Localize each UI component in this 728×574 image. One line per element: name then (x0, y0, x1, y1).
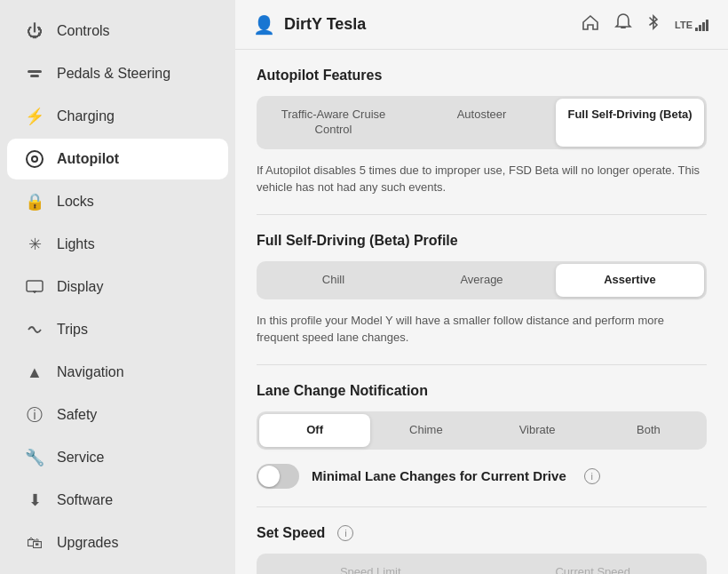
fsd-profile-tabs: Chill Average Assertive (257, 261, 707, 299)
toggle-thumb (258, 466, 280, 487)
lights-icon: ✳ (25, 235, 44, 254)
bell-icon[interactable] (614, 12, 632, 36)
upgrades-icon: 🛍 (25, 533, 44, 553)
trips-icon (25, 320, 44, 339)
minimal-lane-info-icon[interactable]: i (584, 468, 600, 484)
minimal-lane-label: Minimal Lane Changes for Current Drive (312, 468, 566, 483)
sidebar-item-safety[interactable]: ⓘ Safety (7, 395, 228, 435)
autopilot-description: If Autopilot disables 5 times due to imp… (257, 162, 707, 196)
sidebar-item-label: Trips (57, 322, 88, 338)
tab-chill[interactable]: Chill (259, 264, 408, 297)
lte-indicator: LTE (675, 19, 710, 31)
divider-3 (257, 506, 707, 507)
set-speed-title-row: Set Speed i (257, 525, 707, 541)
lane-change-tabs: Off Chime Vibrate Both (257, 411, 707, 450)
tab-chime[interactable]: Chime (370, 414, 481, 447)
svg-rect-11 (702, 22, 705, 31)
svg-rect-9 (695, 28, 698, 31)
pedals-icon (25, 64, 44, 84)
sidebar-item-software[interactable]: ⬇ Software (7, 480, 228, 521)
header-icons: LTE (581, 12, 710, 36)
sidebar-item-label: Lights (57, 236, 95, 252)
user-icon: 👤 (253, 14, 275, 36)
tab-vibrate[interactable]: Vibrate (482, 414, 593, 447)
autopilot-features-tabs: Traffic-Aware Cruise Control Autosteer F… (257, 96, 707, 149)
autopilot-features-title: Autopilot Features (257, 68, 707, 84)
lane-change-section: Lane Change Notification Off Chime Vibra… (257, 383, 707, 450)
software-icon: ⬇ (25, 490, 44, 510)
bluetooth-icon[interactable] (646, 12, 661, 36)
sidebar-item-navigation[interactable]: ▲ Navigation (7, 352, 228, 393)
sidebar-item-label: Charging (57, 108, 115, 124)
svg-rect-10 (699, 25, 701, 31)
set-speed-title: Set Speed (257, 525, 325, 541)
main-content: 👤 DirtY Tesla LTE (235, 0, 728, 574)
content-area: Autopilot Features Traffic-Aware Cruise … (235, 50, 728, 574)
header-user: 👤 DirtY Tesla (253, 14, 366, 36)
tab-traffic-aware[interactable]: Traffic-Aware Cruise Control (259, 99, 408, 147)
sidebar-item-label: Navigation (57, 364, 124, 380)
sidebar-item-label: Autopilot (57, 151, 119, 167)
sidebar-item-display[interactable]: Display (7, 267, 228, 307)
svg-point-4 (33, 157, 36, 161)
sidebar-item-locks[interactable]: 🔒 Locks (7, 181, 228, 222)
navigation-icon: ▲ (25, 363, 44, 382)
svg-rect-1 (30, 75, 39, 77)
sidebar-item-label: Pedals & Steering (57, 66, 170, 82)
sidebar-item-controls[interactable]: ⏻ Controls (7, 11, 228, 52)
sidebar-item-charging[interactable]: ⚡ Charging (7, 96, 228, 137)
fsd-profile-description: In this profile your Model Y will have a… (257, 312, 707, 347)
service-icon: 🔧 (25, 448, 44, 467)
sidebar-item-label: Locks (57, 194, 94, 210)
lane-change-title: Lane Change Notification (257, 383, 707, 399)
sidebar-item-label: Service (57, 450, 104, 466)
autopilot-features-section: Autopilot Features Traffic-Aware Cruise … (257, 68, 707, 196)
set-speed-info-icon[interactable]: i (337, 525, 353, 541)
svg-rect-0 (28, 70, 42, 73)
locks-icon: 🔒 (25, 192, 44, 211)
tab-off[interactable]: Off (259, 414, 370, 447)
sidebar-item-autopilot[interactable]: Autopilot (7, 139, 228, 179)
safety-icon: ⓘ (25, 405, 44, 425)
sidebar-item-service[interactable]: 🔧 Service (7, 437, 228, 478)
tab-speed-limit[interactable]: Speed Limit (259, 556, 482, 574)
sidebar-item-label: Display (57, 279, 103, 295)
sidebar: ⏻ Controls Pedals & Steering ⚡ Charging … (0, 0, 235, 574)
divider-2 (257, 364, 707, 365)
header: 👤 DirtY Tesla LTE (235, 0, 728, 50)
svg-rect-5 (27, 281, 43, 291)
set-speed-section: Set Speed i Speed Limit Current Speed (257, 525, 707, 574)
username: DirtY Tesla (284, 15, 366, 34)
svg-rect-12 (706, 20, 708, 31)
sidebar-item-lights[interactable]: ✳ Lights (7, 224, 228, 265)
tab-average[interactable]: Average (408, 264, 556, 297)
charging-icon: ⚡ (25, 107, 44, 126)
minimal-lane-changes-row: Minimal Lane Changes for Current Drive i (257, 464, 707, 489)
sidebar-item-label: Software (57, 492, 113, 508)
sidebar-item-pedals[interactable]: Pedals & Steering (7, 53, 228, 94)
sidebar-item-label: Safety (57, 407, 97, 423)
tab-fsd[interactable]: Full Self-Driving (Beta) (556, 99, 704, 147)
fsd-profile-section: Full Self-Driving (Beta) Profile Chill A… (257, 233, 707, 347)
tab-autosteer[interactable]: Autosteer (408, 99, 556, 147)
minimal-lane-toggle[interactable] (257, 464, 299, 489)
tab-current-speed[interactable]: Current Speed (482, 556, 705, 574)
tab-both[interactable]: Both (593, 414, 704, 447)
sidebar-item-upgrades[interactable]: 🛍 Upgrades (7, 522, 228, 563)
fsd-profile-title: Full Self-Driving (Beta) Profile (257, 233, 707, 249)
controls-icon: ⏻ (25, 21, 44, 41)
display-icon (25, 277, 44, 297)
divider-1 (257, 214, 707, 215)
tab-assertive[interactable]: Assertive (556, 264, 704, 297)
home-icon[interactable] (581, 12, 600, 36)
sidebar-item-trips[interactable]: Trips (7, 309, 228, 350)
set-speed-tabs: Speed Limit Current Speed (257, 554, 707, 574)
autopilot-icon (25, 149, 44, 169)
sidebar-item-label: Controls (57, 23, 110, 39)
sidebar-item-label: Upgrades (57, 535, 118, 551)
